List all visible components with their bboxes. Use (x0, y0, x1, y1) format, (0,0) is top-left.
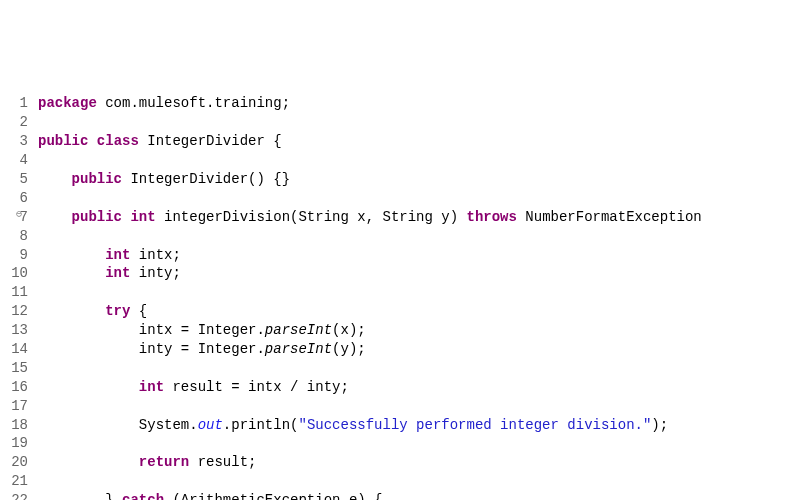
line-number: 7⊖ (0, 208, 28, 227)
code-line: try { (38, 303, 147, 319)
code-line: int inty; (38, 265, 181, 281)
line-number: 4 (0, 151, 28, 170)
code-line: return result; (38, 454, 256, 470)
line-number: 3 (0, 132, 28, 151)
code-editor: 1234567⊖89101112131415161718192021222324… (0, 76, 800, 500)
code-line: int result = intx / inty; (38, 379, 349, 395)
fold-icon[interactable]: ⊖ (16, 208, 22, 222)
code-line: } catch (ArithmeticException e) { (38, 492, 382, 500)
line-number: 1 (0, 94, 28, 113)
code-line: System.out.println("Successfully perform… (38, 417, 668, 433)
line-number: 15 (0, 359, 28, 378)
line-number: 16 (0, 378, 28, 397)
code-line: inty = Integer.parseInt(y); (38, 341, 366, 357)
line-number: 8 (0, 227, 28, 246)
line-number: 12 (0, 302, 28, 321)
code-line: int intx; (38, 247, 181, 263)
line-number: 10 (0, 264, 28, 283)
line-number-gutter: 1234567⊖89101112131415161718192021222324… (0, 76, 34, 500)
code-line: package com.mulesoft.training; (38, 95, 290, 111)
line-number: 13 (0, 321, 28, 340)
line-number: 6 (0, 189, 28, 208)
code-area[interactable]: package com.mulesoft.training; public cl… (34, 76, 702, 500)
line-number: 20 (0, 453, 28, 472)
line-number: 17 (0, 397, 28, 416)
code-line: public class IntegerDivider { (38, 133, 282, 149)
line-number: 19 (0, 434, 28, 453)
line-number: 11 (0, 283, 28, 302)
code-line: public int integerDivision(String x, Str… (38, 209, 702, 225)
code-line: public IntegerDivider() {} (38, 171, 290, 187)
line-number: 9 (0, 246, 28, 265)
line-number: 2 (0, 113, 28, 132)
code-line: intx = Integer.parseInt(x); (38, 322, 366, 338)
line-number: 22 (0, 491, 28, 500)
line-number: 5 (0, 170, 28, 189)
line-number: 21 (0, 472, 28, 491)
line-number: 18 (0, 416, 28, 435)
line-number: 14 (0, 340, 28, 359)
